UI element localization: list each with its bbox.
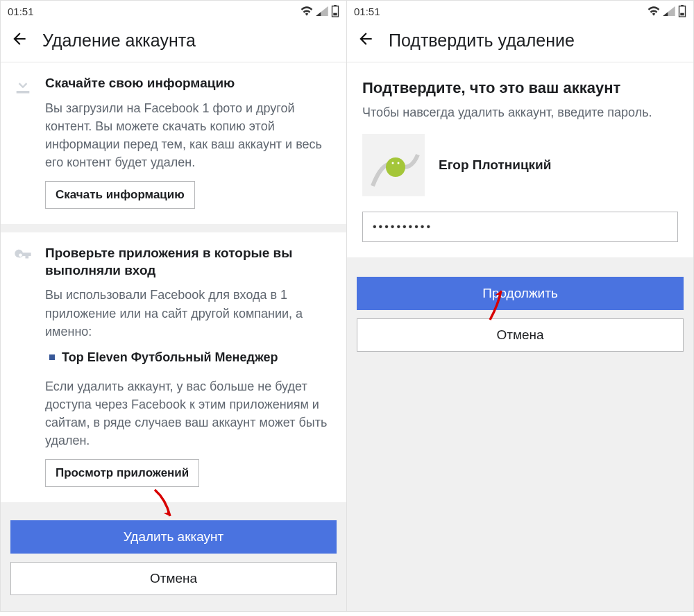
view-apps-button[interactable]: Просмотр приложений <box>45 459 199 487</box>
screen-delete-account: 01:51 Удаление аккаунта Скачайте свою ин… <box>0 0 347 612</box>
battery-icon <box>678 5 686 17</box>
wifi-icon <box>648 6 660 16</box>
avatar <box>362 134 425 196</box>
apps-card: Проверьте приложения в которые вы выполн… <box>1 232 346 502</box>
download-heading: Скачайте свою информацию <box>45 75 334 92</box>
apps-heading: Проверьте приложения в которые вы выполн… <box>45 245 334 279</box>
status-time: 01:51 <box>354 6 380 17</box>
screen-confirm-delete: 01:51 Подтвердить удаление Подтвердите, … <box>347 0 694 612</box>
download-info-card: Скачайте свою информацию Вы загрузили на… <box>1 62 346 224</box>
bullet-icon <box>49 354 55 360</box>
page-title: Подтвердить удаление <box>389 31 575 51</box>
status-icons <box>301 5 339 17</box>
back-icon[interactable] <box>10 30 28 51</box>
password-input[interactable] <box>362 212 678 242</box>
action-area: Удалить аккаунт Отмена <box>1 511 346 608</box>
user-row: Егор Плотницкий <box>362 134 678 196</box>
app-item: Top Eleven Футбольный Менеджер <box>49 350 334 365</box>
app-name: Top Eleven Футбольный Менеджер <box>62 350 278 365</box>
signal-icon <box>316 6 328 16</box>
confirm-heading: Подтвердите, что это ваш аккаунт <box>362 79 678 97</box>
user-name: Егор Плотницкий <box>439 157 551 173</box>
status-bar: 01:51 <box>1 1 346 22</box>
svg-rect-2 <box>333 13 337 16</box>
status-icons <box>648 5 686 17</box>
title-bar: Удаление аккаунта <box>1 22 346 62</box>
svg-point-10 <box>398 162 400 164</box>
download-text: Вы загрузили на Facebook 1 фото и другой… <box>45 99 334 171</box>
confirm-card: Подтвердите, что это ваш аккаунт Чтобы н… <box>347 62 693 257</box>
delete-account-button[interactable]: Удалить аккаунт <box>10 520 337 554</box>
wifi-icon <box>301 6 313 16</box>
svg-point-9 <box>392 162 394 164</box>
action-area: Продолжить Отмена <box>347 267 693 364</box>
title-bar: Подтвердить удаление <box>347 22 693 62</box>
download-icon <box>13 75 35 209</box>
apps-text2: Если удалить аккаунт, у вас больше не бу… <box>45 377 334 450</box>
apps-text1: Вы использовали Facebook для входа в 1 п… <box>45 286 334 340</box>
signal-icon <box>663 6 675 16</box>
svg-rect-5 <box>680 13 684 16</box>
cancel-button[interactable]: Отмена <box>357 318 684 352</box>
continue-button[interactable]: Продолжить <box>357 277 684 310</box>
key-icon <box>13 245 35 487</box>
battery-icon <box>331 5 339 17</box>
back-icon[interactable] <box>357 30 375 51</box>
download-info-button[interactable]: Скачать информацию <box>45 181 195 209</box>
cancel-button[interactable]: Отмена <box>10 562 337 595</box>
page-title: Удаление аккаунта <box>42 31 196 51</box>
status-bar: 01:51 <box>347 1 693 22</box>
confirm-subtext: Чтобы навсегда удалить аккаунт, введите … <box>362 105 678 120</box>
status-time: 01:51 <box>8 6 34 17</box>
